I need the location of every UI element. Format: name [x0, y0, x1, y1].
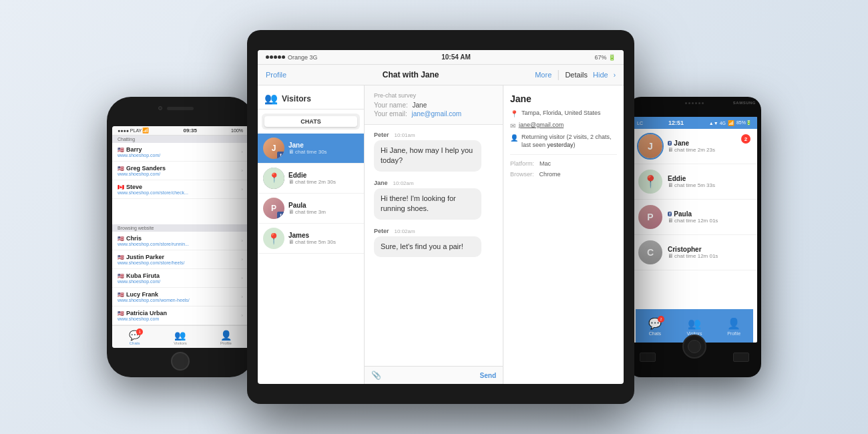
- flag-icon: 🇨🇦: [118, 184, 124, 190]
- email-link[interactable]: jane@gmail.com: [519, 122, 564, 130]
- iphone-home-button[interactable]: [171, 352, 190, 371]
- flag-icon: 🇺🇸: [118, 147, 124, 153]
- list-item[interactable]: 🇨🇦Steve www.shoeshop.com/store/check... …: [112, 180, 248, 199]
- message-sender: Peter: [374, 132, 389, 138]
- list-item[interactable]: C Cristopher 🖥 chat time 12m 01s: [632, 235, 757, 270]
- list-item[interactable]: 📍 Eddie 🖥 chat time 5m 33s: [632, 164, 757, 200]
- signal-icon: ▲▼ 4G: [709, 121, 726, 126]
- location-row: 📍 Tampa, Florida, United States: [510, 110, 617, 118]
- pre-chat-title: Pre-chat survey: [374, 92, 493, 99]
- list-item[interactable]: P f Paula 🖥 chat time 12m 01s: [632, 200, 757, 235]
- ipad-sidebar: 👥 Visitors CHATS J f Jane: [258, 85, 365, 384]
- profile-label: Profile: [727, 331, 740, 336]
- ipad-screen: Orange 3G 10:54 AM 67% 🔋 Profile Chat wi…: [258, 50, 624, 384]
- visitors-header: 👥 Visitors: [258, 85, 364, 110]
- chat-title: Chat with Jane: [383, 70, 439, 79]
- samsung-logo: SAMSUNG: [733, 101, 756, 105]
- flag-icon: 🇺🇸: [118, 254, 124, 260]
- samsung-time: 12:51: [668, 120, 684, 126]
- nav-visitors[interactable]: 👥 Visitors: [174, 330, 187, 345]
- battery-indicator: 67% 🔋: [594, 54, 616, 61]
- nav-chats[interactable]: 💬 2 Chats: [648, 317, 662, 336]
- avatar: C: [638, 240, 662, 264]
- chat-name: James: [288, 232, 359, 239]
- chevron-right-icon: ›: [241, 275, 243, 281]
- list-item[interactable]: 🇺🇸Barry www.shoeshop.com/ ›: [112, 143, 248, 162]
- more-link[interactable]: More: [535, 71, 552, 79]
- visitor-info-row: 👤 Returning visitor (2 visits, 2 chats, …: [510, 134, 617, 149]
- avatar: 📍: [263, 228, 284, 249]
- monitor-icon: 🖥: [288, 149, 294, 155]
- chats-badge: 2: [658, 316, 664, 322]
- email-row: ✉ jane@gmail.com: [510, 122, 617, 130]
- divider: [510, 154, 617, 155]
- signal-indicator: [266, 55, 285, 59]
- message-input[interactable]: [387, 372, 475, 379]
- list-item[interactable]: 🇺🇸Kuba Firuta www.shoeshop.com/ ›: [112, 269, 248, 288]
- chat-time: 🖥 chat time 2m 30s: [288, 179, 359, 185]
- wifi-icon: 📶: [142, 128, 149, 134]
- list-item[interactable]: J f Jane 🖥 chat time 30s: [258, 134, 364, 164]
- map-icon: 📍: [643, 174, 658, 189]
- person-icon: 👤: [510, 134, 518, 142]
- pre-chat-survey: Pre-chat survey Your name: Jane Your ema…: [365, 85, 503, 125]
- user-url: www.shoeshop.com/store/runnin...: [118, 242, 241, 246]
- message-bubble: Hi there! I'm looking for running shoes.: [374, 188, 481, 220]
- list-item[interactable]: 🇺🇸Greg Sanders www.shoeshop.com/ ›: [112, 162, 248, 180]
- user-name: Barry: [126, 146, 142, 153]
- chat-name: f Jane: [668, 140, 750, 147]
- ipad-time: 10:54 AM: [441, 53, 471, 61]
- email-link[interactable]: jane@gmail.com: [411, 110, 461, 118]
- list-item[interactable]: 🇺🇸Chris www.shoeshop.com/store/runnin...…: [112, 232, 248, 250]
- name-field: Your name: Jane: [374, 101, 493, 109]
- monitor-icon: 🖥: [668, 253, 673, 259]
- profile-link[interactable]: Profile: [266, 71, 286, 79]
- monitor-icon: 🖥: [668, 147, 673, 153]
- chats-label: Chats: [130, 341, 140, 345]
- samsung-screen: LC 12:51 ▲▼ 4G 📶 85%🔋 J f Jane: [632, 117, 757, 343]
- iphone-speaker: [167, 107, 194, 110]
- user-url: www.shoeshop.com/women-heels/: [118, 298, 241, 302]
- iphone-status-bar: ●●●● PLAY 📶 09:35 100%: [112, 126, 248, 136]
- message-sender: Peter: [374, 228, 389, 234]
- chevron-right-icon: ›: [241, 149, 243, 155]
- list-item[interactable]: 📍 Eddie 🖥 chat time 2m 30s: [258, 164, 364, 194]
- chevron-right-icon: ›: [614, 71, 616, 79]
- carrier-label: Orange 3G: [288, 54, 318, 61]
- visitor-name: Jane: [510, 93, 617, 104]
- ipad-main-content: 👥 Visitors CHATS J f Jane: [258, 85, 624, 384]
- chevron-right-icon: ›: [241, 256, 243, 262]
- list-item[interactable]: 🇺🇸Justin Parker www.shoeshop.com/store/h…: [112, 250, 248, 269]
- signal-dots: ●●●● PLAY 📶: [118, 128, 149, 134]
- chat-time: 🖥 chat time 12m 01s: [668, 253, 750, 259]
- monitor-icon: 🖥: [288, 209, 294, 215]
- nav-profile[interactable]: 👤 Profile: [220, 330, 232, 345]
- flag-icon: 🇺🇸: [118, 166, 124, 172]
- hide-link[interactable]: Hide: [593, 71, 608, 79]
- list-item[interactable]: J f Jane 🖥 chat time 2m 23s 2: [632, 129, 757, 164]
- tab-chats[interactable]: CHATS: [264, 116, 357, 127]
- send-button[interactable]: Send: [480, 372, 496, 379]
- back-button[interactable]: [640, 353, 656, 362]
- samsung-speaker: [685, 102, 704, 104]
- ipad-nav-bar: Profile Chat with Jane More | Details Hi…: [258, 65, 624, 85]
- visitors-icon: 👥: [688, 317, 701, 330]
- nav-chats[interactable]: 💬 1 Chats: [129, 330, 140, 345]
- message-sender: Jane: [374, 180, 388, 186]
- menu-button[interactable]: [733, 353, 749, 362]
- nav-profile[interactable]: 👤 Profile: [727, 317, 740, 336]
- user-name: Chris: [126, 235, 142, 242]
- list-item[interactable]: 🇺🇸Lucy Frank www.shoeshop.com/women-heel…: [112, 288, 248, 306]
- nav-visitors[interactable]: 👥 Visitors: [687, 317, 702, 336]
- sidebar-tabs: CHATS: [262, 114, 360, 130]
- chat-messages: Peter 10:01am Hi Jane, how may I help yo…: [365, 125, 503, 366]
- profile-label: Profile: [220, 341, 232, 345]
- iphone-camera: [158, 106, 162, 110]
- message-time: 10:02am: [395, 228, 415, 234]
- list-item[interactable]: 📍 James 🖥 chat time 5m 30s: [258, 224, 364, 254]
- list-item[interactable]: 🇺🇸Patricia Urban www.shoeshop.com ›: [112, 306, 248, 325]
- list-item[interactable]: P f Paula 🖥 chat time 3m: [258, 194, 364, 224]
- separator: |: [557, 69, 560, 81]
- iphone-screen: ●●●● PLAY 📶 09:35 100% Chatting 🇺🇸Barry …: [112, 126, 248, 348]
- home-button[interactable]: [682, 335, 706, 359]
